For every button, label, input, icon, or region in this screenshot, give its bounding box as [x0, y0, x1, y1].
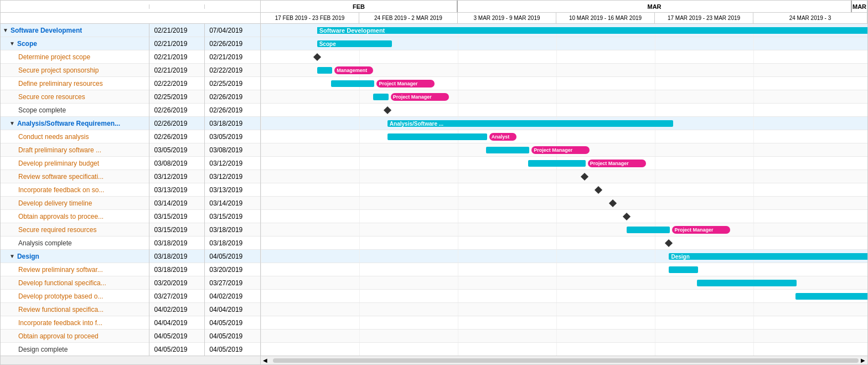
gantt-bar[interactable]	[528, 160, 586, 167]
gantt-row	[261, 263, 867, 276]
gantt-bar[interactable]	[795, 293, 867, 300]
table-row[interactable]: Obtain approvals to procee...03/15/20190…	[1, 210, 260, 223]
end-date: 03/08/2019	[205, 143, 260, 157]
table-row[interactable]: Develop prototype based o...03/27/201904…	[1, 290, 260, 303]
gantt-row: Design	[261, 250, 867, 263]
milestone-diamond	[313, 53, 321, 61]
start-date: 04/04/2019	[149, 316, 205, 330]
start-date: 03/18/2019	[149, 237, 205, 250]
chevron-down-icon[interactable]: ▼	[3, 27, 8, 33]
gantt-row	[261, 276, 867, 290]
month-cell: MAR	[852, 1, 867, 12]
horizontal-scrollbar[interactable]: ◀ ▶	[261, 356, 867, 364]
table-row[interactable]: Incorporate feedback on so...03/13/20190…	[1, 183, 260, 197]
gantt-chart: ▼ Software Development02/21/201907/04/20…	[0, 0, 868, 365]
start-date: 02/21/2019	[149, 37, 205, 50]
table-row[interactable]: Review software specificati...03/12/2019…	[1, 170, 260, 183]
table-row[interactable]: Secure required resources03/15/201903/18…	[1, 223, 260, 237]
table-row[interactable]: Secure core resources02/25/201902/26/201…	[1, 90, 260, 104]
chevron-down-icon[interactable]: ▼	[9, 40, 15, 47]
end-date: 03/20/2019	[205, 263, 260, 276]
month-header: FEBMARMAR	[261, 1, 867, 13]
subject-text: Software Development	[11, 27, 82, 34]
subject-text: Incorporate feedback into f...	[18, 319, 102, 327]
gantt-bar[interactable]: Software Development	[317, 27, 867, 34]
end-date: 02/26/2019	[205, 90, 260, 104]
gantt-row	[261, 50, 867, 64]
end-date: 04/05/2019	[205, 316, 260, 330]
end-date: 02/22/2019	[205, 64, 260, 77]
table-row[interactable]: Secure project sponsorship02/21/201902/2…	[1, 64, 260, 77]
table-row[interactable]: ▼ Design03/18/201904/05/2019	[1, 250, 260, 263]
gantt-bar[interactable]	[627, 227, 670, 233]
table-row[interactable]: Develop preliminary budget03/08/201903/1…	[1, 157, 260, 170]
table-row[interactable]: Draft preliminary software ...03/05/2019…	[1, 143, 260, 157]
table-row[interactable]: Analysis complete03/18/201903/18/2019	[1, 237, 260, 250]
subject-text: Secure required resources	[18, 226, 96, 234]
scroll-left-icon[interactable]: ◀	[263, 357, 267, 363]
gantt-bar[interactable]	[331, 80, 374, 87]
table-row[interactable]: Design complete04/05/201904/05/2019	[1, 343, 260, 356]
start-date: 02/26/2019	[149, 130, 205, 143]
table-row[interactable]: Scope complete02/26/201902/26/2019	[1, 104, 260, 117]
table-row[interactable]: Obtain approval to proceed04/05/201904/0…	[1, 330, 260, 343]
milestone-diamond	[665, 239, 673, 247]
start-date: 03/12/2019	[149, 170, 205, 183]
end-date: 03/12/2019	[205, 170, 260, 183]
left-scrollbar	[1, 356, 260, 364]
gantt-rows: Software DevelopmentScopeManagementProje…	[261, 24, 867, 356]
scroll-right-icon[interactable]: ▶	[861, 357, 865, 363]
gantt-row: Project Manager	[261, 90, 867, 104]
gantt-bar[interactable]: Design	[669, 253, 867, 260]
milestone-diamond	[595, 186, 602, 194]
gantt-bar[interactable]	[373, 94, 388, 100]
gantt-row	[261, 210, 867, 223]
gantt-bar[interactable]	[388, 133, 487, 140]
table-row[interactable]: Review functional specifica...04/02/2019…	[1, 303, 260, 316]
start-date: 03/27/2019	[149, 290, 205, 303]
end-date: 02/26/2019	[205, 104, 260, 117]
table-row[interactable]: Develop functional specifica...03/20/201…	[1, 276, 260, 290]
resource-badge: Project Manager	[376, 80, 435, 88]
gantt-bar[interactable]: Analysis/Software ...	[388, 120, 674, 127]
table-row[interactable]: ▼ Scope02/21/201902/26/2019	[1, 37, 260, 50]
subject-text: Conduct needs analysis	[18, 133, 89, 141]
gantt-row: Scope	[261, 37, 867, 50]
gantt-bar[interactable]	[486, 147, 529, 153]
gantt-row: Analyst	[261, 130, 867, 143]
subject-text: Scope	[17, 40, 37, 48]
subject-text: Scope complete	[18, 106, 66, 114]
table-row[interactable]: Define preliminary resources02/22/201902…	[1, 77, 260, 90]
resource-badge: Project Manager	[391, 93, 449, 101]
gantt-bar[interactable]	[317, 67, 332, 74]
subject-text: Review preliminary softwar...	[18, 266, 103, 274]
table-row[interactable]: ▼ Analysis/Software Requiremen...02/26/2…	[1, 117, 260, 130]
end-date: 04/04/2019	[205, 303, 260, 316]
gantt-row: Management	[261, 64, 867, 77]
gantt-bar[interactable]	[669, 266, 698, 273]
scrollbar-thumb[interactable]	[273, 358, 859, 363]
week-cell: 10 MAR 2019 - 16 MAR 2019	[556, 13, 655, 23]
gantt-bar[interactable]	[697, 280, 797, 286]
table-row[interactable]: Develop delivery timeline03/14/201903/14…	[1, 197, 260, 210]
subject-text: Review functional specifica...	[18, 306, 104, 313]
chevron-down-icon[interactable]: ▼	[9, 120, 15, 126]
milestone-diamond	[384, 106, 391, 114]
table-row[interactable]: Determine project scope02/21/201902/21/2…	[1, 50, 260, 64]
start-date-header	[149, 4, 205, 9]
start-date: 02/25/2019	[149, 90, 205, 104]
gantt-row: Project Manager	[261, 223, 867, 237]
table-row[interactable]: ▼ Software Development02/21/201907/04/20…	[1, 24, 260, 37]
gantt-bar[interactable]: Scope	[317, 40, 392, 47]
gantt-row	[261, 343, 867, 356]
table-row[interactable]: Incorporate feedback into f...04/04/2019…	[1, 316, 260, 330]
table-row[interactable]: Conduct needs analysis02/26/201903/05/20…	[1, 130, 260, 143]
table-row[interactable]: Review preliminary softwar...03/18/20190…	[1, 263, 260, 276]
start-date: 02/26/2019	[149, 117, 205, 130]
end-date: 03/18/2019	[205, 237, 260, 250]
subject-text: Design complete	[18, 346, 68, 353]
subject-text: Develop preliminary budget	[18, 160, 99, 167]
chevron-down-icon[interactable]: ▼	[9, 253, 15, 259]
start-date: 03/15/2019	[149, 223, 205, 237]
end-date: 03/14/2019	[205, 197, 260, 210]
